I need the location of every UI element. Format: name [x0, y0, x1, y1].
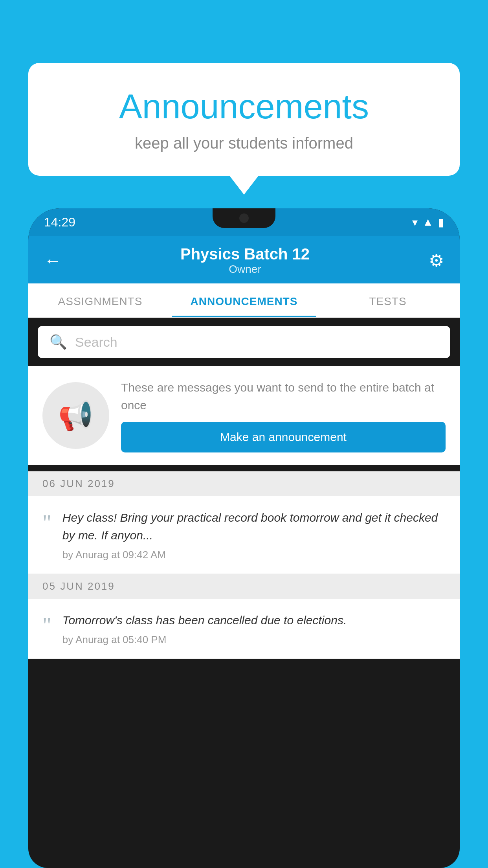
- megaphone-icon: 📢: [58, 399, 94, 432]
- status-time: 14:29: [44, 215, 75, 230]
- announcement-meta-1: by Anurag at 09:42 AM: [62, 549, 446, 561]
- announcement-content-1: Hey class! Bring your practical record b…: [62, 509, 446, 561]
- app-header: ← Physics Batch 12 Owner ⚙: [28, 236, 460, 283]
- make-announcement-button[interactable]: Make an announcement: [121, 422, 446, 452]
- settings-icon[interactable]: ⚙: [429, 250, 444, 270]
- tab-tests[interactable]: TESTS: [316, 283, 460, 317]
- bubble-subtitle: keep all your students informed: [60, 134, 428, 152]
- status-bar: 14:29 ▾ ▲ ▮: [28, 208, 460, 236]
- date-label-1: 06 JUN 2019: [42, 478, 115, 490]
- quote-icon-1: ": [42, 512, 51, 534]
- tab-assignments[interactable]: ASSIGNMENTS: [28, 283, 172, 317]
- tab-announcements[interactable]: ANNOUNCEMENTS: [172, 283, 316, 317]
- search-icon: 🔍: [50, 334, 67, 350]
- date-separator-2: 05 JUN 2019: [28, 574, 460, 599]
- wifi-icon: ▾: [412, 216, 418, 229]
- speech-bubble: Announcements keep all your students inf…: [28, 63, 460, 176]
- date-label-2: 05 JUN 2019: [42, 580, 115, 592]
- announcement-item-1[interactable]: " Hey class! Bring your practical record…: [28, 496, 460, 574]
- camera-notch: [239, 213, 249, 223]
- promo-icon-circle: 📢: [42, 382, 109, 449]
- search-placeholder: Search: [75, 335, 117, 350]
- battery-icon: ▮: [438, 216, 444, 229]
- announcement-content-2: Tomorrow's class has been cancelled due …: [62, 611, 446, 646]
- batch-title: Physics Batch 12: [180, 245, 310, 263]
- promo-right: These are messages you want to send to t…: [121, 379, 446, 452]
- tabs-bar: ASSIGNMENTS ANNOUNCEMENTS TESTS: [28, 283, 460, 318]
- speech-bubble-section: Announcements keep all your students inf…: [28, 63, 460, 176]
- date-separator-1: 06 JUN 2019: [28, 471, 460, 496]
- status-icons: ▾ ▲ ▮: [412, 216, 444, 229]
- bubble-title: Announcements: [60, 86, 428, 127]
- phone-inner: ← Physics Batch 12 Owner ⚙ ASSIGNMENTS A…: [28, 236, 460, 868]
- scrollable-content: 🔍 Search 📢 These are messages you want t…: [28, 318, 460, 868]
- announcement-text-2: Tomorrow's class has been cancelled due …: [62, 611, 446, 629]
- announcement-text-1: Hey class! Bring your practical record b…: [62, 509, 446, 544]
- phone-frame: 14:29 ▾ ▲ ▮ ← Physics Batch 12 Owner ⚙ A…: [28, 208, 460, 868]
- search-bar[interactable]: 🔍 Search: [38, 326, 450, 358]
- signal-icon: ▲: [422, 216, 433, 228]
- announcement-meta-2: by Anurag at 05:40 PM: [62, 634, 446, 646]
- quote-icon-2: ": [42, 614, 51, 636]
- promo-description: These are messages you want to send to t…: [121, 379, 446, 414]
- notch: [213, 208, 275, 228]
- back-button[interactable]: ←: [44, 251, 61, 270]
- batch-subtitle: Owner: [180, 263, 310, 276]
- header-center: Physics Batch 12 Owner: [180, 245, 310, 276]
- promo-card: 📢 These are messages you want to send to…: [28, 366, 460, 465]
- announcement-item-2[interactable]: " Tomorrow's class has been cancelled du…: [28, 599, 460, 659]
